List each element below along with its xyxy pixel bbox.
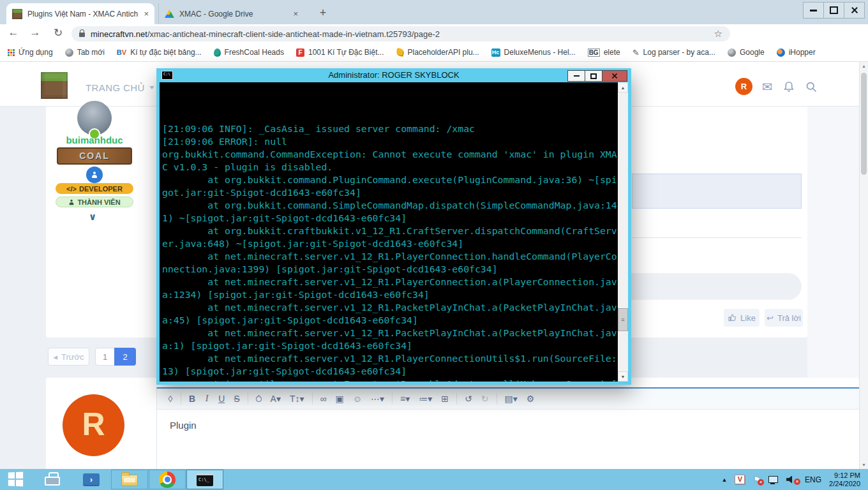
reply-button[interactable]: ↩ Trả lời (765, 309, 803, 327)
start-button[interactable] (8, 472, 23, 486)
back-button[interactable]: ← (5, 26, 22, 39)
scrollbar-thumb[interactable] (861, 73, 867, 175)
bookmark-ihopper[interactable]: iHopper (777, 48, 816, 57)
italic-icon[interactable]: I (200, 389, 214, 409)
font-size-icon[interactable]: A▾ (266, 389, 285, 409)
language-indicator[interactable]: ENG (805, 475, 821, 484)
alignment-icon[interactable]: ≡▾ (396, 389, 414, 409)
reload-button[interactable]: ↻ (50, 26, 66, 40)
console-line: a:45) [spigot.jar:git-Spigot-dcd1643-e60… (162, 314, 618, 327)
expand-profile-chevron-icon[interactable]: ∨ (89, 211, 96, 223)
bookmark-apps[interactable]: Ứng dụng (8, 48, 53, 57)
pagination-page-2-active[interactable]: 2 (114, 348, 136, 366)
bookmark-star-icon[interactable]: ☆ (714, 28, 722, 40)
new-tab-button[interactable]: + (314, 5, 332, 22)
scroll-down-icon[interactable]: ▼ (618, 371, 628, 382)
console-line: got.jar:git-Spigot-dcd1643-e60fc34] (162, 186, 618, 199)
google-drive-favicon (165, 10, 174, 18)
settings-icon[interactable]: ⚙ (522, 389, 539, 409)
toolbar-separator (497, 393, 497, 405)
taskbar-clock[interactable]: 9:12 PM 2/24/2020 (829, 471, 860, 488)
link-icon[interactable]: ∞ (316, 389, 331, 409)
underline-icon[interactable]: U (214, 389, 229, 409)
drafts-icon[interactable]: ▤▾ (500, 389, 522, 409)
console-line: a:1234) [spigot.jar:git-Spigot-dcd1643-e… (162, 288, 618, 301)
forward-button[interactable]: → (27, 26, 43, 39)
address-bar[interactable]: minecraftvn.net/xmac-anticheat-minecraft… (71, 26, 730, 41)
bookmark-elete[interactable]: BGelete (588, 48, 620, 57)
mail-icon[interactable]: ✉ (762, 80, 773, 93)
taskbar-cmd-active[interactable]: C:\_ (186, 470, 223, 489)
scroll-up-icon[interactable]: ▲ (618, 82, 628, 93)
text-height-icon[interactable]: T↕▾ (285, 389, 309, 409)
scroll-up-icon[interactable]: ▲ (860, 64, 868, 68)
scrollbar-thumb[interactable]: ≡ (618, 308, 628, 331)
thumbs-up-icon (728, 313, 737, 322)
page-scrollbar[interactable]: ▲ ▼ (859, 62, 868, 469)
scroll-down-icon[interactable]: ▼ (860, 463, 868, 467)
f-favicon: F (296, 48, 304, 57)
post-divider (632, 237, 802, 238)
bookmark-deluxemenus[interactable]: HcDeluxeMenus - Hel... (491, 48, 576, 57)
pagination-page-1[interactable]: 1 (95, 348, 115, 366)
nav-item-home[interactable]: TRANG CHỦ (86, 82, 154, 93)
antivirus-tray-icon[interactable]: V (735, 475, 745, 484)
redo-icon[interactable]: ↻ (477, 389, 493, 409)
bookmark-log-parser[interactable]: ✎Log parser - by aca... (632, 48, 715, 57)
console-line: at org.bukkit.command.SimpleCommandMap.d… (162, 199, 618, 212)
remove-format-icon[interactable]: ◊ (163, 389, 177, 409)
close-button[interactable] (844, 2, 865, 19)
more-options-icon[interactable]: ⋯▾ (366, 389, 389, 409)
tray-expand-icon[interactable]: ▲ (722, 477, 728, 483)
pagination-prev-button[interactable]: ◂ Trước (48, 348, 89, 366)
server-manager-icon[interactable] (45, 477, 60, 486)
taskbar-chrome[interactable] (149, 470, 186, 489)
console-scrollbar[interactable]: ▲ ≡ ▼ (618, 82, 628, 382)
cmd-maximize-button[interactable] (585, 70, 602, 82)
restore-button[interactable] (823, 2, 844, 19)
network-icon[interactable] (768, 475, 779, 484)
chevron-down-icon (149, 86, 154, 89)
bookmark-label: Ứng dụng (19, 48, 53, 57)
strikethrough-icon[interactable]: S (229, 389, 244, 409)
cmd-title-bar[interactable]: C:\ Administrator: ROGER SKYBLOCK (156, 68, 631, 82)
editor-text-area[interactable]: Plugin (157, 410, 859, 441)
person-icon (69, 199, 75, 205)
volume-muted-icon[interactable]: × (786, 475, 797, 484)
bookmark-new-tab[interactable]: Tab mới (65, 48, 105, 57)
cmd-minimize-button[interactable] (567, 70, 585, 82)
bookmark-freshcoal[interactable]: FreshCoal Heads (214, 48, 284, 57)
like-button[interactable]: Like (724, 309, 760, 327)
minimize-button[interactable] (803, 2, 824, 19)
bookmark-placeholderapi[interactable]: PlaceholderAPI plu... (396, 48, 479, 57)
tab-forum[interactable]: Plugins Việt Nam - XMAC Antich × (6, 3, 154, 24)
image-icon[interactable]: ▣ (331, 389, 348, 409)
list-icon[interactable]: ≔▾ (414, 389, 437, 409)
bookmark-special-chars[interactable]: BVKí tự đặc biệt bảng... (117, 48, 202, 57)
powershell-icon[interactable]: › (83, 473, 100, 486)
system-tray: ▲ V ⚑× × ENG 9:12 PM 2/24/2020 (722, 469, 860, 490)
tab-google-drive[interactable]: XMAC - Google Drive × (158, 3, 304, 24)
text-color-icon[interactable] (251, 389, 266, 409)
taskbar-file-explorer[interactable] (111, 470, 148, 489)
search-icon[interactable] (805, 80, 818, 93)
member-username[interactable]: buimanhduc (37, 135, 152, 145)
page-gutter (807, 107, 859, 378)
close-tab-icon[interactable]: × (293, 10, 298, 18)
bell-icon[interactable] (782, 80, 795, 93)
bookmark-label: 1001 Kí Tự Đặc Biệt... (308, 48, 384, 57)
bold-icon[interactable]: B (184, 389, 200, 409)
smilies-icon[interactable]: ☺ (348, 389, 366, 409)
close-tab-icon[interactable]: × (144, 10, 149, 18)
bookmark-google[interactable]: Google (728, 48, 765, 57)
site-logo-grass-block[interactable] (41, 72, 68, 99)
undo-icon[interactable]: ↺ (460, 389, 477, 409)
bookmark-label: elete (604, 48, 620, 57)
reply-editor: ◊ B I U S A▾ T↕▾ ∞ ▣ ☺ ⋯▾ ≡▾ ≔▾ ⊞ ↺ ↻ ▤▾… (156, 387, 859, 469)
table-icon[interactable]: ⊞ (437, 389, 453, 409)
cmd-close-button[interactable] (602, 70, 627, 82)
bookmark-1001-chars[interactable]: F1001 Kí Tự Đặc Biệt... (296, 48, 384, 57)
console-line: er.java:648) ~[spigot.jar:git-Spigot-dcd… (162, 237, 618, 250)
action-center-flag-icon[interactable]: ⚑× (752, 475, 761, 485)
user-avatar[interactable]: R (735, 78, 752, 95)
